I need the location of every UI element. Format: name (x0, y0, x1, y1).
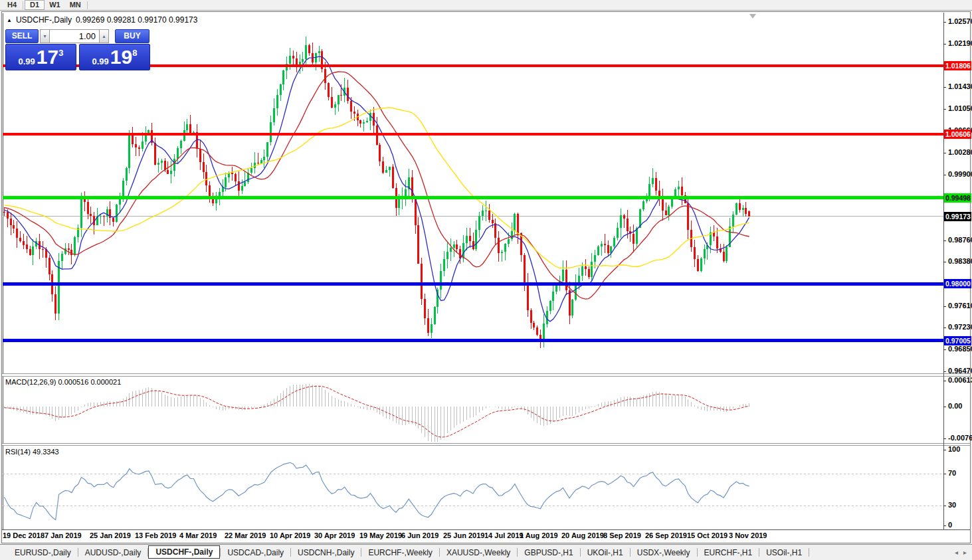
volume-input[interactable] (50, 29, 99, 43)
date-axis-label: 14 Jul 2019 (484, 531, 524, 539)
price-axis-label: 1.01050 (948, 104, 972, 112)
sell-price-prefix: 0.99 (19, 56, 35, 66)
macd-axis-label: 0.00 (948, 402, 962, 410)
date-axis-label: 19 May 2019 (359, 531, 402, 539)
price-axis-tick (943, 22, 946, 23)
collapse-chart-icon[interactable]: ▲ (7, 17, 12, 23)
horizontal-level-line[interactable] (3, 339, 943, 342)
price-axis-label: 1.01430 (948, 82, 972, 90)
current-price-badge: 0.99173 (944, 212, 971, 221)
chart-tab-gbpusd-h1[interactable]: GBPUSD-,H1 (518, 546, 579, 559)
chart-tab-eurchf-weekly[interactable]: EURCHF-,Weekly (361, 546, 438, 559)
buy-price-panel[interactable]: 0.99 19 8 (79, 44, 150, 70)
rsi-axis-label: 0 (948, 521, 952, 529)
price-axis-tick (943, 109, 946, 110)
tab-separator (809, 548, 809, 557)
toolbar-separator (23, 1, 23, 9)
macd-axis-tick (943, 381, 946, 381)
chart-title-row: ▲ USDCHF-,Daily 0.99269 0.99281 0.99170 … (7, 15, 197, 25)
price-axis-border (943, 13, 944, 529)
date-axis-label: 7 Jan 2019 (45, 531, 82, 539)
price-level-badge: 0.99498 (944, 193, 971, 203)
price-axis-label: 0.96850 (948, 345, 972, 353)
date-axis-label: 15 Oct 2019 (687, 531, 728, 539)
date-axis-label: 25 Jun 2019 (443, 531, 484, 539)
price-level-badge: 0.98000 (944, 279, 971, 288)
tab-scroll-right-icon[interactable]: ▸ (963, 549, 967, 556)
timeframe-button-mn[interactable]: MN (65, 0, 86, 10)
price-axis-label: 0.98380 (948, 257, 972, 265)
rsi-axis-label: 30 (948, 501, 956, 509)
chart-tab-audusd-daily[interactable]: AUDUSD-,Daily (78, 546, 148, 559)
volume-decrease-button[interactable]: ▾ (40, 29, 50, 43)
price-axis-tick (943, 306, 946, 307)
macd-axis-tick (943, 407, 946, 407)
price-level-badge: 0.97005 (944, 336, 971, 345)
rsi-axis-tick (943, 525, 946, 526)
one-click-trading-widget: SELL ▾ ▴ BUY 0.99 17 3 0.99 19 8 (5, 29, 150, 70)
sell-price-panel[interactable]: 0.99 17 3 (5, 44, 76, 70)
price-level-badge: 1.00606 (944, 130, 971, 139)
horizontal-level-line[interactable] (3, 282, 943, 286)
buy-price-big: 19 (110, 46, 132, 68)
chart-tab-usdcnh-daily[interactable]: USDCNH-,Daily (291, 546, 361, 559)
timeframe-button-h4[interactable]: H4 (3, 0, 21, 10)
date-axis-label: 10 Apr 2019 (270, 531, 310, 539)
date-axis-label: 6 Jun 2019 (401, 531, 438, 539)
macd-label: MACD(12,26,9) 0.000516 0.000021 (5, 378, 121, 386)
sell-button[interactable]: SELL (5, 29, 39, 43)
trading-terminal: H4D1W1MN 1.025701.021901.014301.010501.0… (0, 0, 972, 560)
timeframe-toolbar: H4D1W1MN (0, 0, 972, 11)
chart-tab-usdx-weekly[interactable]: USDX-,Weekly (631, 546, 697, 559)
price-axis-label: 0.96470 (948, 367, 972, 375)
timeframe-button-d1[interactable]: D1 (25, 0, 45, 10)
buy-button[interactable]: BUY (115, 29, 149, 43)
chart-tab-ukoil-h1[interactable]: UKOil-,H1 (581, 546, 630, 559)
date-axis-label: 26 Sep 2019 (645, 531, 687, 539)
price-axis-label: 0.98760 (948, 236, 972, 244)
price-axis-label: 1.02190 (948, 39, 972, 47)
date-axis-label: 1 Aug 2019 (520, 531, 558, 539)
macd-axis-label: 0.00613 (948, 376, 972, 384)
date-axis-label: 8 Sep 2019 (603, 531, 641, 539)
rsi-axis-tick (943, 450, 946, 450)
chart-tab-usoil-h1[interactable]: USOil-,H1 (759, 546, 809, 559)
price-axis-tick (943, 87, 946, 88)
chart-tab-eurchf-h1[interactable]: EURCHF-,H1 (698, 546, 759, 559)
timeframe-button-w1[interactable]: W1 (45, 0, 65, 10)
price-axis-tick (943, 44, 946, 45)
date-axis-label: 25 Jan 2019 (90, 531, 131, 539)
price-axis-label: 1.02570 (948, 17, 972, 25)
chart-tab-usdcad-daily[interactable]: USDCAD-,Daily (221, 546, 290, 559)
rsi-axis-label: 70 (948, 469, 956, 477)
tab-scroll-arrows: ◂▸ (955, 549, 967, 556)
rsi-axis-tick (943, 506, 946, 506)
scroll-to-end-marker[interactable] (749, 14, 756, 19)
macd-axis-tick (943, 438, 946, 439)
rsi-axis-tick (943, 474, 946, 474)
price-axis-label: 0.97230 (948, 323, 972, 331)
macd-axis-label: -0.007612 (948, 434, 972, 442)
macd-panel[interactable] (3, 377, 943, 443)
horizontal-level-line[interactable] (3, 133, 943, 136)
toolbar-separator (87, 1, 88, 9)
price-axis-tick (943, 349, 946, 350)
price-axis-tick (943, 153, 946, 153)
date-axis-label: 22 Mar 2019 (225, 531, 266, 539)
price-axis-tick (943, 327, 946, 328)
date-axis-label: 30 Apr 2019 (314, 531, 355, 539)
rsi-label: RSI(14) 49.3343 (5, 448, 59, 456)
horizontal-level-line[interactable] (3, 196, 943, 199)
chart-tab-usdchf-daily[interactable]: USDCHF-,Daily (148, 545, 220, 559)
chart-tab-eurusd-daily[interactable]: EURUSD-,Daily (8, 546, 78, 559)
rsi-panel[interactable] (3, 446, 943, 529)
price-axis-label: 0.99900 (948, 170, 972, 178)
volume-increase-button[interactable]: ▴ (99, 29, 109, 43)
date-axis-label: 3 Nov 2019 (729, 531, 767, 539)
chart-tab-xauusd-weekly[interactable]: XAUUSD-,Weekly (440, 546, 517, 559)
tab-scroll-left-icon[interactable]: ◂ (955, 549, 958, 556)
date-axis-border (2, 529, 970, 530)
price-axis-tick (943, 371, 946, 372)
buy-price-prefix: 0.99 (92, 56, 109, 66)
sell-price-pip: 3 (58, 48, 63, 58)
